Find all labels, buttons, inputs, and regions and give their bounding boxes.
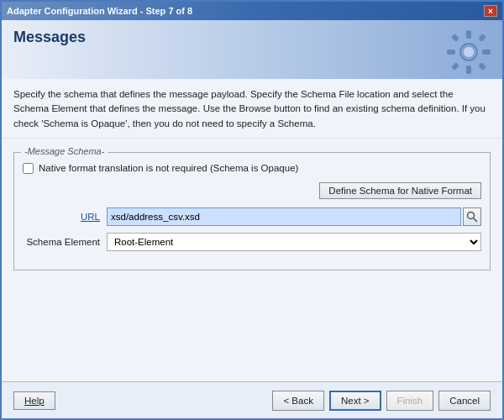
footer: Help < Back Next > Finish Cancel [2,381,502,418]
browse-button[interactable] [463,207,481,226]
main-content: -Message Schema- Native format translati… [2,139,502,279]
svg-rect-6 [478,34,486,42]
url-input[interactable] [107,207,461,226]
svg-rect-7 [451,62,459,71]
finish-button[interactable]: Finish [386,391,434,411]
schema-element-label: Schema Element [23,237,107,247]
svg-rect-3 [447,50,455,55]
define-schema-button[interactable]: Define Schema for Native Format [319,182,481,199]
close-button[interactable]: × [484,5,497,17]
opaque-checkbox-label[interactable]: Native format translation is not require… [39,163,298,173]
svg-rect-4 [482,50,491,55]
svg-point-9 [463,46,475,58]
description-area: Specify the schema that defines the mess… [2,79,502,139]
opaque-checkbox[interactable] [23,163,34,174]
title-bar-text: Adapter Configuration Wizard - Step 7 of… [7,6,192,16]
opaque-checkbox-row: Native format translation is not require… [23,163,481,174]
wizard-window: Adapter Configuration Wizard - Step 7 of… [0,0,504,420]
svg-rect-2 [466,66,471,74]
footer-right: < Back Next > Finish Cancel [272,391,491,411]
description-text: Specify the schema that defines the mess… [13,89,486,129]
url-input-wrap [107,207,481,226]
svg-rect-5 [451,34,459,42]
url-row: URL [23,207,481,226]
message-schema-group: -Message Schema- Native format translati… [13,152,491,270]
cancel-button[interactable]: Cancel [438,391,491,411]
svg-point-10 [468,212,475,218]
gear-icon [444,27,494,77]
url-label: URL [23,212,107,222]
define-btn-row: Define Schema for Native Format [23,182,481,199]
group-box-legend: -Message Schema- [21,146,108,156]
schema-element-row: Schema Element Root-Element [23,233,481,251]
svg-rect-1 [466,30,471,39]
back-button[interactable]: < Back [272,391,323,411]
svg-rect-8 [478,62,486,71]
help-button[interactable]: Help [13,391,55,410]
page-title: Messages [13,29,86,46]
next-button[interactable]: Next > [329,391,381,411]
schema-element-select[interactable]: Root-Element [107,233,481,251]
title-bar: Adapter Configuration Wizard - Step 7 of… [2,2,502,20]
footer-left: Help [13,391,55,410]
header-banner: Messages [2,20,502,79]
svg-line-11 [474,218,478,222]
search-icon [466,211,478,223]
